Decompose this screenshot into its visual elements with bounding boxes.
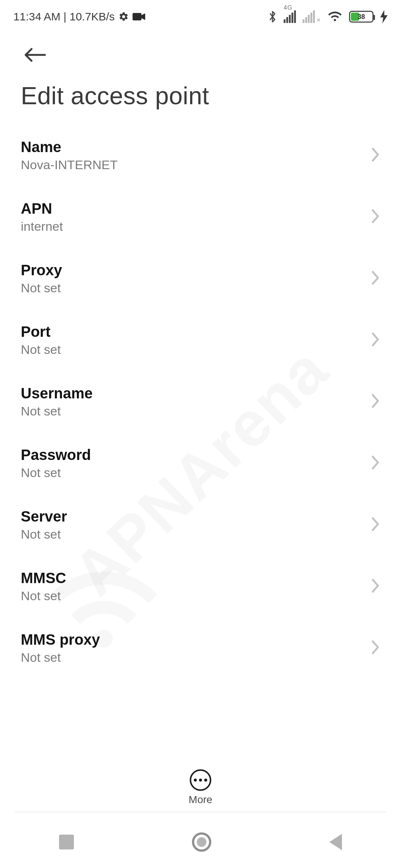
signal-1-icon: 4G — [284, 10, 296, 23]
nav-recent-button[interactable] — [59, 835, 74, 849]
chevron-right-icon — [371, 393, 380, 411]
setting-label: Name — [21, 139, 118, 155]
setting-value: Not set — [21, 404, 92, 418]
setting-value: Not set — [21, 342, 61, 357]
chevron-right-icon — [371, 270, 380, 287]
setting-value: Not set — [21, 527, 67, 542]
wifi-icon — [327, 11, 342, 23]
network-badge: 4G — [284, 4, 292, 11]
back-button[interactable] — [21, 41, 49, 69]
chevron-right-icon — [371, 516, 380, 534]
status-left: 11:34 AM | 10.7KB/s — [13, 10, 145, 23]
status-time: 11:34 AM | 10.7KB/s — [13, 10, 115, 23]
signal-2-icon: ✕ — [303, 10, 321, 23]
setting-label: Server — [21, 508, 67, 525]
chevron-right-icon — [371, 454, 380, 472]
chevron-right-icon — [371, 578, 380, 595]
more-label: More — [189, 794, 212, 806]
chevron-right-icon — [371, 147, 380, 164]
setting-label: APN — [21, 200, 63, 217]
bluetooth-icon — [268, 10, 277, 23]
nav-back-button[interactable] — [329, 834, 342, 850]
setting-value: internet — [21, 219, 63, 234]
setting-row-port[interactable]: PortNot set — [0, 309, 401, 371]
no-sim-x-icon: ✕ — [316, 17, 321, 23]
status-right: 4G ✕ 38 — [268, 10, 388, 23]
setting-label: Port — [21, 323, 61, 340]
gear-icon — [118, 11, 129, 22]
chevron-right-icon — [371, 208, 380, 226]
setting-label: Password — [21, 447, 91, 463]
setting-row-password[interactable]: PasswordNot set — [0, 433, 401, 494]
setting-label: Proxy — [21, 262, 62, 279]
svg-rect-0 — [133, 13, 141, 20]
battery-percent: 38 — [350, 13, 372, 21]
watermark-wifi-icon — [45, 564, 163, 662]
page-title: Edit access point — [21, 69, 380, 114]
setting-value: Nova-INTERNET — [21, 158, 118, 172]
setting-row-server[interactable]: ServerNot set — [0, 494, 401, 556]
arrow-left-icon — [23, 47, 46, 63]
camera-icon — [133, 12, 145, 21]
chevron-right-icon — [371, 639, 380, 657]
nav-home-button[interactable] — [192, 832, 211, 852]
charging-icon — [380, 10, 388, 23]
status-bar: 11:34 AM | 10.7KB/s 4G ✕ — [0, 0, 401, 26]
setting-row-proxy[interactable]: ProxyNot set — [0, 248, 401, 309]
setting-row-apn[interactable]: APNinternet — [0, 186, 401, 248]
battery-icon: 38 — [349, 11, 374, 23]
setting-value: Not set — [21, 281, 62, 295]
nav-bar — [0, 816, 401, 868]
chevron-right-icon — [371, 331, 380, 349]
setting-label: Username — [21, 385, 92, 402]
more-dots-icon — [194, 779, 207, 782]
bottom-divider — [15, 812, 386, 812]
more-button[interactable] — [190, 769, 211, 791]
setting-row-name[interactable]: NameNova-INTERNET — [0, 125, 401, 186]
setting-row-username[interactable]: UsernameNot set — [0, 371, 401, 433]
setting-value: Not set — [21, 466, 91, 480]
